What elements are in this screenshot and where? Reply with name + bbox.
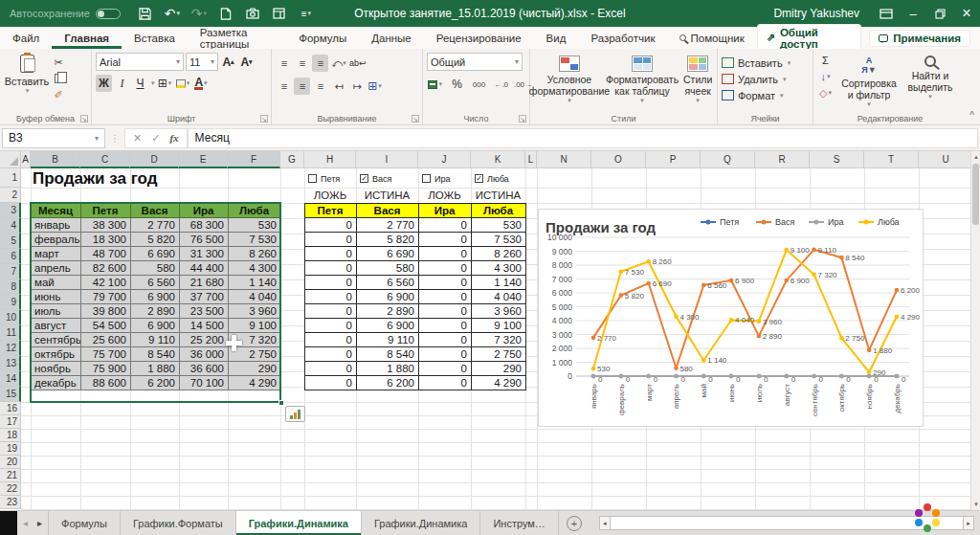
percent-style-icon[interactable]: % [449,76,465,93]
cell[interactable]: 6 900 [357,290,419,304]
cell[interactable]: 5 820 [357,233,419,247]
filter-table[interactable]: ПетяВасяИраЛюба02 770053005 82007 53006 … [304,203,526,390]
enter-icon[interactable]: ✓ [151,132,160,145]
insert-cells-button[interactable]: Вставить▾ [722,55,809,71]
checkbox-Петя[interactable]: Петя [308,171,354,186]
cell[interactable]: 0 [419,290,472,304]
scroll-up-icon[interactable]: ▲ [971,151,980,163]
row-header-10[interactable]: 10 [0,310,21,325]
cell[interactable]: 1 880 [357,362,419,376]
cell[interactable]: 0 [305,333,357,347]
cell[interactable]: 580 [357,261,419,276]
cell[interactable]: 31 300 [180,247,229,261]
row-header-21[interactable]: 21 [0,469,21,482]
cell[interactable]: 6 560 [357,276,419,290]
format-painter-icon[interactable]: ✐ [50,88,67,101]
switch-windows-icon[interactable] [268,1,291,26]
align-bottom-icon[interactable]: ≡ [312,55,328,72]
cell[interactable]: 3 960 [229,304,281,319]
ribbon-tab-Разметка страницы[interactable]: Разметка страницы [188,27,286,49]
scroll-down-icon[interactable]: ▼ [971,499,980,510]
cell[interactable]: 530 [229,218,281,233]
cell[interactable]: 2 750 [229,347,281,362]
align-right-icon[interactable]: ≡ [312,78,328,95]
cell[interactable]: октябрь [32,347,81,362]
cell[interactable]: 4 300 [472,261,526,276]
cell[interactable]: 0 [419,333,472,347]
cell[interactable]: 25 600 [81,333,131,347]
sales-table[interactable]: МесяцПетяВасяИраЛюбаянварь38 3002 77068 … [31,203,281,390]
cell[interactable]: 0 [305,319,357,333]
fill-color-icon[interactable]: ▾ [175,75,191,92]
increase-decimal-icon[interactable]: ←.0 [493,76,509,93]
align-middle-icon[interactable]: ≡ [294,55,310,72]
column-header-O[interactable]: O [591,151,646,168]
bool-cell[interactable]: ЛОЖЬ [304,188,356,203]
merge-center-icon[interactable]: ⊞▾ [367,78,383,95]
cell[interactable]: 7 530 [229,233,281,247]
row-header-2[interactable]: 2 [0,188,21,203]
row-header-8[interactable]: 8 [0,279,21,295]
column-header-G[interactable]: G [280,151,304,168]
cell[interactable]: 6 560 [131,276,180,290]
autosum-icon[interactable]: Σ [817,53,834,68]
cell[interactable]: 7 320 [472,333,526,347]
cell[interactable]: 6 690 [131,247,180,261]
ribbon-tab-Файл[interactable]: Файл [0,27,52,49]
cell[interactable]: 2 770 [131,218,180,233]
cell-styles-button[interactable]: Стили ячеек▾ [679,54,716,106]
cell[interactable]: 2 770 [357,218,419,233]
cell[interactable]: 0 [305,290,357,304]
cell[interactable]: 75 700 [81,347,131,362]
minimize-button[interactable]: – [900,0,926,27]
selection-fill-handle[interactable] [278,400,284,406]
ribbon-tab-Вставка[interactable]: Вставка [122,27,188,49]
cell[interactable]: 0 [419,261,472,276]
row-header-1[interactable]: 1 [0,168,21,188]
cell[interactable]: 42 100 [81,276,131,290]
prev-sheet-icon[interactable]: ◂ [23,518,28,528]
bool-cell[interactable]: ИСТИНА [471,188,525,203]
comma-style-icon[interactable]: 000 [471,76,487,93]
column-header-H[interactable]: H [304,151,356,168]
cell[interactable]: 0 [305,376,357,390]
cell[interactable]: 68 300 [180,218,229,233]
cell[interactable]: 1 140 [229,276,281,290]
sheet-tab-Графики.Форматы[interactable]: Графики.Форматы [121,511,236,535]
formula-input[interactable]: Месяц [188,128,978,148]
font-size-select[interactable]: 11▾ [186,53,218,71]
cell[interactable]: 4 290 [472,376,526,390]
column-header-J[interactable]: J [418,151,471,168]
row-header-17[interactable]: 17 [0,415,21,429]
cell[interactable]: 9 110 [131,333,180,347]
cell[interactable]: 0 [305,347,357,362]
cell[interactable]: 1 140 [472,276,526,290]
row-header-12[interactable]: 12 [0,341,21,356]
align-left-icon[interactable]: ≡ [276,78,292,95]
cell[interactable]: сентябрь [32,333,81,347]
format-as-table-button[interactable]: Форматировать как таблицу▾ [605,54,679,106]
checkbox-Вася[interactable]: ✓Вася [360,171,416,186]
sheet-tab-Графики.Динамика[interactable]: Графики.Динамика [362,511,480,535]
cell[interactable]: ноябрь [32,362,81,376]
cell[interactable]: 75 900 [81,362,131,376]
cell[interactable]: 54 500 [81,319,131,333]
wrap-text-icon[interactable]: ab↩ [348,55,368,72]
column-header-E[interactable]: E [179,151,228,168]
cell[interactable]: 0 [305,247,357,261]
cell[interactable]: декабрь [32,376,81,390]
column-header-U[interactable]: U [919,151,973,168]
sales-header-cell[interactable]: Люба [229,204,281,218]
cell[interactable]: 0 [305,276,357,290]
sales-header-cell[interactable]: Месяц [32,204,81,218]
cell[interactable]: 0 [419,276,472,290]
accounting-format-icon[interactable]: ▾ [427,76,443,93]
cell[interactable]: 0 [305,362,357,376]
checkbox-Люба[interactable]: ✓Люба [475,171,523,186]
cell[interactable]: 9 100 [472,319,526,333]
filter-header-cell[interactable]: Люба [472,204,526,218]
column-header-D[interactable]: D [130,151,179,168]
filter-header-cell[interactable]: Вася [357,204,419,218]
cut-icon[interactable]: ✂ [50,56,67,69]
align-center-icon[interactable]: ≡ [294,78,310,95]
